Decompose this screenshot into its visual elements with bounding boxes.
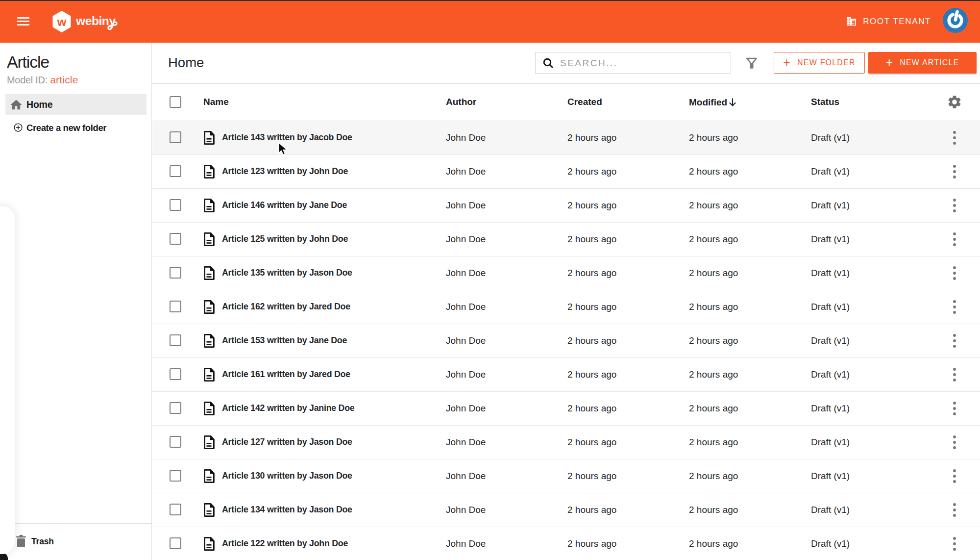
svg-text:w: w: [57, 15, 67, 28]
